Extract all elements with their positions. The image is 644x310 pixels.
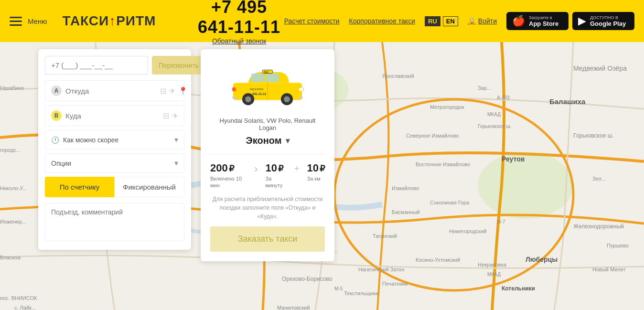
login-label: Войти [478,17,497,25]
options-chevron-icon: ▾ [174,159,178,168]
svg-text:Восточное Измайлово: Восточное Измайлово [416,161,470,167]
callback-link[interactable]: Обратный звонок [194,37,284,45]
price-per-km-label: За км [307,175,325,182]
options-select[interactable]: Опции ▾ [45,153,184,173]
svg-text:с. Лайк...: с. Лайк... [14,305,36,310]
svg-text:Метрогородок: Метрогородок [430,104,464,110]
from-field[interactable] [65,87,156,95]
payment-tabs: По счетчику Фиксированный [45,177,184,197]
callback-button[interactable]: Перезвонить [152,56,205,75]
lock-icon: 🔒 [468,17,476,25]
car-models: Hyundai Solaris, VW Polo, Renault Logan [210,117,325,131]
taxi-car-image: TAXI 641-11-11 ТАКСИ РИТМ [225,64,311,107]
svg-text:Николо-У...: Николо-У... [0,185,27,191]
appstore-name: App Store [529,20,558,27]
svg-text:Балашиха: Балашиха [549,97,586,106]
logo-text: ТАКСИ↑РИТМ [63,13,156,29]
svg-text:Соколиная Гора: Соколиная Гора [430,200,470,205]
price-per-km-value: 10 [307,162,319,174]
price-base-value: 200 [210,162,228,174]
svg-rect-69 [299,96,303,99]
from-input-row: A ⊟ ✈ 📍 [45,80,184,101]
svg-text:Ярославский: Ярославский [382,73,414,79]
svg-text:Медвежий Озёра: Медвежий Озёра [573,64,627,72]
plane-icon[interactable]: ✈ [169,86,175,96]
svg-point-57 [245,96,251,102]
svg-text:Печатники: Печатники [382,281,408,287]
svg-text:TAXI: TAXI [264,71,268,74]
tab-meter[interactable]: По счетчику [45,177,114,197]
options-label: Опции [51,160,71,167]
app-badges: 🍎 Загрузите в App Store ▶ ДОСТУПНО В Goo… [506,12,634,30]
chevron-down-icon: ▾ [174,135,178,144]
lang-ru[interactable]: RU [425,16,440,26]
googleplay-name: Google Play [590,20,626,27]
hamburger-menu[interactable] [10,17,22,26]
svg-text:Горьковское ш.: Горьковское ш. [478,124,512,129]
price-arrow-1: › [254,163,258,175]
calc-link[interactable]: Расчет стоимости [284,17,340,25]
price-base-currency: ₽ [229,163,234,174]
svg-text:Измайлово: Измайлово [392,185,419,191]
svg-text:641-11-11: 641-11-11 [253,92,267,96]
header-right: Расчет стоимости Корпоративное такси RU … [284,12,634,30]
svg-text:городс...: городс... [0,147,21,153]
svg-rect-54 [251,74,264,82]
price-per-km-item: 10 ₽ За км [307,162,325,182]
corporate-link[interactable]: Корпоративное такси [349,17,415,25]
header-left: Меню ТАКСИ↑РИТМ [10,13,156,29]
lang-en[interactable]: EN [443,16,458,26]
svg-text:ТАКСИ РИТМ: ТАКСИ РИТМ [249,88,263,91]
car-class-selector[interactable]: Эконом ▾ [210,135,325,146]
svg-text:Инженер...: Инженер... [0,219,26,224]
map-area: Медвежий Озёра Балашиха Реутов Люберцы Ж… [0,42,644,310]
comment-input[interactable] [45,203,184,241]
svg-text:Котельники: Котельники [502,285,535,292]
svg-text:Люберцы: Люберцы [526,256,558,263]
time-select[interactable]: 🕐 Как можно скорее ▾ [45,130,184,150]
order-button[interactable]: Заказать такси [210,226,325,252]
price-plus-icon: + [294,164,300,174]
svg-text:Горьковское ш.: Горьковское ш. [573,132,614,139]
time-label: Как можно скорее [63,136,118,144]
header: Меню ТАКСИ↑РИТМ +7 495 641-11-11 Обратны… [0,0,644,42]
android-icon: ▶ [578,15,586,27]
to-field[interactable] [65,112,159,120]
price-per-min-label: За минуту [266,175,287,189]
phone-number: +7 495 641-11-11 [194,0,284,37]
googleplay-badge[interactable]: ▶ ДОСТУПНО В Google Play [572,12,634,30]
price-divider [210,154,325,154]
svg-point-66 [299,87,304,92]
car-class-chevron-icon: ▾ [286,136,290,145]
price-per-km-currency: ₽ [320,163,325,174]
svg-text:Косино-Ухтомский: Косино-Ухтомский [416,257,460,263]
svg-text:Зар...: Зар... [478,85,491,91]
login-button[interactable]: 🔒 Войти [468,17,497,25]
menu-label: Меню [28,17,47,25]
car-panel: TAXI 641-11-11 ТАКСИ РИТМ Hyundai Solari… [201,49,334,261]
svg-text:Басманный: Басманный [392,209,420,215]
svg-text:Новый Милет: Новый Милет [592,267,626,272]
price-per-min-item: 10 ₽ За минуту [266,162,287,189]
receipt-icon[interactable]: ⊟ [163,111,169,120]
svg-text:Нагатинский Затон: Нагатинский Затон [358,267,404,272]
car-class-label: Эконом [246,135,281,146]
plane-to-icon[interactable]: ✈ [172,111,178,120]
svg-text:Зел...: Зел... [592,176,606,182]
pin-icon[interactable]: 📍 [178,86,188,96]
phone-input-row: Перезвонить [45,56,184,75]
phone-block: +7 495 641-11-11 Обратный звонок [194,0,284,45]
from-icon: A [51,86,62,96]
svg-text:Власиха: Власиха [0,255,21,260]
svg-text:МКАД: МКАД [487,112,501,117]
svg-text:М-5: М-5 [334,286,343,291]
svg-text:А-103: А-103 [497,95,510,100]
top-links: Расчет стоимости Корпоративное такси [284,17,415,25]
left-panel: Перезвонить A ⊟ ✈ 📍 B ⊟ ✈ 🕐 Как можн [38,49,191,250]
copy-icon[interactable]: ⊟ [160,86,166,96]
appstore-badge[interactable]: 🍎 Загрузите в App Store [506,12,569,30]
phone-field[interactable] [45,56,148,75]
svg-text:Реутов: Реутов [502,155,525,163]
svg-text:Некрасовка: Некрасовка [478,262,507,267]
tab-fixed[interactable]: Фиксированный [114,177,184,197]
